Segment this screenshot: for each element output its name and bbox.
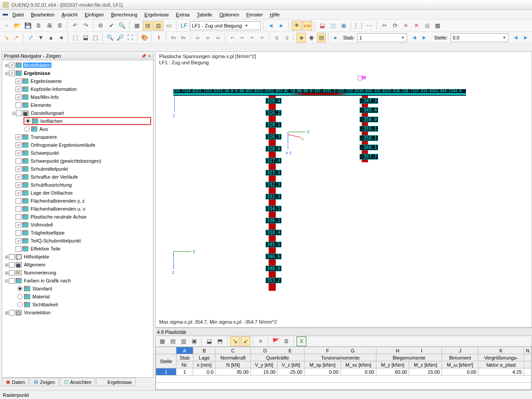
zoomfit-icon[interactable]: 🔍 <box>117 21 127 31</box>
next-icon[interactable]: ► <box>277 21 286 31</box>
v8-icon[interactable]: ⬓ <box>81 33 90 43</box>
tree-vorselektion[interactable]: ⊞ ▢ Vorselektion <box>2 309 153 317</box>
open-icon[interactable]: 📂 <box>12 21 22 31</box>
zoom-w-icon[interactable]: 🔎 <box>115 33 125 43</box>
app-menu-icon[interactable] <box>3 14 8 16</box>
menu-optionen[interactable]: Optionen <box>217 11 242 18</box>
tree-modelldaten[interactable]: ⊞ Modelldaten <box>2 61 153 69</box>
tree-item[interactable]: Flächenhalbierenden y, z <box>2 197 153 205</box>
calc-icon[interactable]: ⚙ <box>96 21 106 31</box>
menu-ergebnisse[interactable]: Ergebnisse <box>142 11 172 18</box>
menu-einfuegen[interactable]: Einfügen <box>82 11 106 18</box>
tree-item[interactable]: Max/Min-Info <box>2 93 153 101</box>
menu-tabelle[interactable]: Tabelle <box>194 11 215 18</box>
r3-icon[interactable]: ⌐ <box>248 33 257 43</box>
tool-c-icon[interactable]: ⨯ <box>401 21 411 31</box>
lf-combo[interactable]: LF1 - Zug und Biegung▼ <box>190 21 261 30</box>
prev-icon[interactable]: ◄ <box>266 21 276 31</box>
tt7-icon[interactable]: ↘ <box>230 336 240 346</box>
tt5-icon[interactable]: ⬓ <box>204 336 214 346</box>
tree-item[interactable]: Schubmittelpunkt <box>2 165 153 173</box>
nav-icon[interactable]: ▤ <box>143 21 153 31</box>
tt10-icon[interactable]: 🚩 <box>271 336 281 346</box>
grid2-icon[interactable]: ⋯ <box>364 21 374 31</box>
excel-icon[interactable]: X <box>297 336 306 346</box>
color-icon[interactable]: 🎨 <box>140 33 149 43</box>
zoom-all-icon[interactable]: ⛶ <box>125 33 135 43</box>
tool-d-icon[interactable]: ✕ <box>411 21 421 31</box>
tree-allgemein[interactable]: ⊞ ▦ Allgemein <box>2 261 153 269</box>
table-icon[interactable]: ▦ <box>132 21 142 31</box>
tree-item[interactable]: Trägheitsellipse <box>2 229 153 237</box>
tool-f-icon[interactable]: ▦ <box>433 21 442 31</box>
menu-datei[interactable]: Datei <box>10 11 27 18</box>
tb2-icon[interactable]: ◫ <box>328 21 338 31</box>
ftab-zeigen[interactable]: ▤Zeigen <box>30 378 59 386</box>
tree-item[interactable]: Schwerpunkt (gewichtsbezogen) <box>2 157 153 165</box>
tree-item[interactable]: Schubflussrichtung <box>2 181 153 189</box>
print-icon[interactable]: 🖶 <box>44 21 54 31</box>
eye-icon[interactable]: 👁 <box>292 21 301 31</box>
menu-hilfe[interactable]: Hilfe <box>267 11 282 18</box>
grid1-icon[interactable]: ⋮⋮ <box>354 21 364 31</box>
tt2-icon[interactable]: ▤ <box>168 336 178 346</box>
printprev-icon[interactable]: 🗏 <box>55 21 65 31</box>
tt3-icon[interactable]: ▥ <box>179 336 188 346</box>
stelle-next-icon[interactable]: ► <box>521 33 531 43</box>
new-icon[interactable]: ▫ <box>2 21 12 31</box>
sv-icon[interactable]: Sv <box>179 33 188 43</box>
tt6-icon[interactable]: ⬒ <box>215 336 225 346</box>
nav-tree[interactable]: ⊞ Modelldaten ⊟ Ergebnisse Ergebniswerte… <box>2 60 153 378</box>
saveall-icon[interactable]: 🗎 <box>34 21 43 31</box>
v1-icon[interactable]: ↘ <box>2 33 11 43</box>
stelle-prev-icon[interactable]: ◄ <box>511 33 520 43</box>
tree-item[interactable]: Transparent <box>2 133 153 141</box>
tree-item[interactable]: TeilQ-Schubmittelpunkt <box>2 237 153 245</box>
tb1-icon[interactable]: ⬓ <box>317 21 327 31</box>
v5-icon[interactable]: ▲ <box>47 33 56 43</box>
ftab-ansichten[interactable]: ◫Ansichten <box>60 378 95 386</box>
lf-icon[interactable]: LF <box>179 21 189 31</box>
v2-icon[interactable]: ↗ <box>12 33 21 43</box>
menu-fenster[interactable]: Fenster <box>244 11 266 18</box>
tree-item[interactable]: Plastische neutrale Achse <box>2 213 153 221</box>
xxx-icon[interactable]: x.xx <box>302 21 312 31</box>
tree-item[interactable]: Orthogonale Ergebnisverläufe <box>2 141 153 149</box>
tree-item[interactable]: Schraffur der Verläufe <box>2 173 153 181</box>
v9-icon[interactable]: ▢ <box>91 33 100 43</box>
tt8-icon[interactable]: ↙ <box>241 336 250 346</box>
tree-farben-opt[interactable]: Material <box>2 293 153 301</box>
tree-nummerierung[interactable]: ⊞ 12 Nummerierung <box>2 269 153 277</box>
w1-icon[interactable]: ω <box>193 33 203 43</box>
ftab-daten[interactable]: ▣Daten <box>2 378 29 386</box>
r1-icon[interactable]: ⌐ <box>228 33 237 43</box>
tree-item[interactable]: Isoflächen <box>23 117 151 125</box>
v3-icon[interactable]: ⤢ <box>26 33 35 43</box>
tree-hilfsobjekte[interactable]: ⊞ 💬 Hilfsobjekte <box>2 253 153 261</box>
tree-item[interactable]: Lage der Drillachse <box>2 189 153 197</box>
w3-icon[interactable]: ω <box>213 33 223 43</box>
data-table[interactable]: A B C D E F G H I J K N Stelle Stab Lage… <box>156 347 532 390</box>
stab-next-icon[interactable]: ► <box>420 33 429 43</box>
check-icon[interactable]: ✔ <box>106 21 116 31</box>
tree-item[interactable]: Flächenhalbierenden u, v <box>2 205 153 213</box>
opt2-icon[interactable]: ◉ <box>307 33 316 43</box>
tree-item[interactable]: Effektive Teile <box>2 245 153 253</box>
tree-item[interactable]: Vollmodell <box>2 221 153 229</box>
ftab-ergebnisse[interactable]: Ergebnisse <box>96 378 136 386</box>
zoom-in-icon[interactable]: 🔍 <box>106 33 115 43</box>
save-icon[interactable]: 💾 <box>23 21 33 31</box>
v6-icon[interactable]: ◄ <box>56 33 66 43</box>
menu-bearbeiten[interactable]: Bearbeiten <box>28 11 57 18</box>
q1-icon[interactable]: Q <box>272 33 282 43</box>
tree-item[interactable]: Schwerpunkt <box>2 149 153 157</box>
nav2-icon[interactable]: ▥ <box>153 21 163 31</box>
section-icon[interactable]: I <box>154 33 164 43</box>
tt1-icon[interactable]: ▦ <box>157 336 167 346</box>
table-row[interactable]: 1 1 0.0 35.00 15.00 -25.00 0.00 0.00 60.… <box>156 368 532 376</box>
menu-extras[interactable]: Extras <box>173 11 192 18</box>
tree-ergebnisse[interactable]: ⊟ Ergebnisse <box>2 69 153 77</box>
opt3-icon[interactable]: ▤ <box>317 33 326 43</box>
w2-icon[interactable]: ω <box>203 33 212 43</box>
r4-icon[interactable]: ⌐ <box>258 33 267 43</box>
